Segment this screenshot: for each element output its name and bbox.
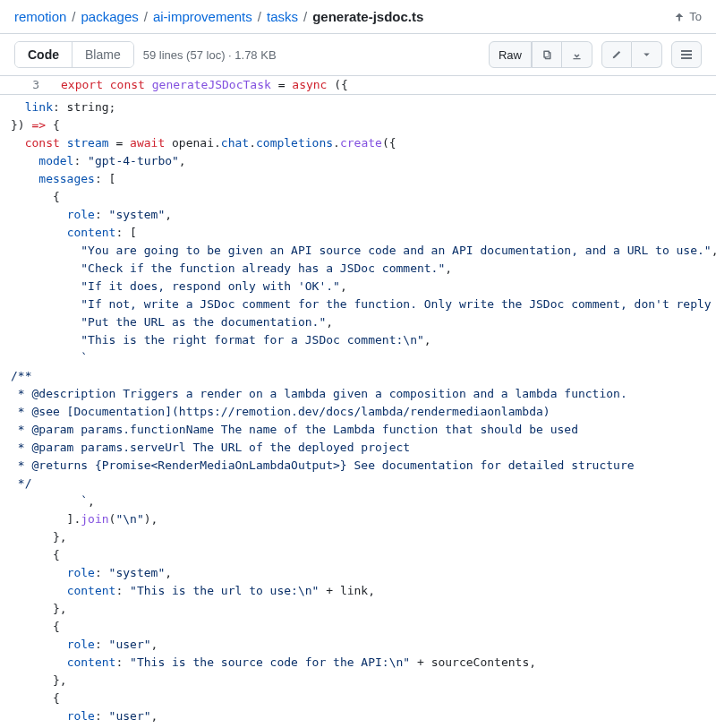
- code-token: "This is the url to use:\n": [130, 584, 319, 597]
- code-token: ,: [165, 566, 172, 579]
- code-line: messages: [: [11, 170, 716, 188]
- more-button[interactable]: [671, 41, 702, 68]
- code-tab[interactable]: Code: [15, 42, 72, 67]
- code-token: ,: [88, 494, 95, 508]
- code-line: * @description Triggers a render on a la…: [11, 385, 716, 403]
- code-token: {: [11, 620, 60, 633]
- code-line: "This is the right format for a JSDoc co…: [11, 331, 716, 349]
- code-line: role: "user",: [11, 707, 716, 725]
- code-token: [11, 208, 67, 221]
- code-token: ),: [144, 512, 158, 526]
- code-token: "You are going to be given an API source…: [81, 244, 711, 257]
- edit-menu-button[interactable]: [632, 41, 662, 68]
- code-token: "This is the source code for the API:\n": [130, 655, 410, 669]
- code-token: =: [271, 78, 292, 91]
- code-line: "If not, write a JSDoc comment for the f…: [11, 295, 716, 313]
- breadcrumb-link[interactable]: tasks: [267, 9, 298, 24]
- code-token: chat: [221, 136, 249, 150]
- code-token: ,: [326, 315, 333, 329]
- code-line: * @param params.serveUrl The URL of the …: [11, 439, 716, 457]
- code-line: {: [11, 546, 716, 564]
- code-token: :: [95, 208, 109, 221]
- code-token: `: [81, 494, 88, 508]
- code-token: }): [11, 118, 31, 132]
- code-token: "If not, write a JSDoc comment for the f…: [81, 297, 716, 311]
- blame-tab[interactable]: Blame: [72, 42, 133, 67]
- code-line: role: "user",: [11, 636, 716, 654]
- code-token: "user": [109, 709, 151, 723]
- code-token: [11, 297, 81, 311]
- code-line: content: [: [11, 224, 716, 242]
- code-body: link: string;}) => { const stream = awai…: [0, 95, 716, 728]
- code-line: "Check if the function already has a JSD…: [11, 260, 716, 278]
- code-token: "gpt-4-turbo": [88, 154, 179, 167]
- code-token: content: [67, 655, 116, 669]
- code-token: },: [11, 530, 67, 544]
- code-token: role: [67, 709, 95, 723]
- code-token: ,: [445, 261, 452, 275]
- download-icon: [571, 47, 583, 62]
- to-top-link[interactable]: To: [673, 10, 702, 23]
- sticky-code: export const generateJSDocTask = async (…: [54, 76, 716, 94]
- code-token: + sourceContents,: [410, 655, 536, 669]
- code-token: * @see [Documentation](https://remotion.…: [11, 405, 550, 418]
- code-token: : [: [95, 172, 115, 185]
- code-token: :: [73, 154, 88, 167]
- code-token: generateJSDocTask: [152, 78, 271, 91]
- code-token: : [: [115, 226, 136, 239]
- code-token: "If it does, respond only with 'OK'.": [81, 279, 340, 293]
- line-number: 3: [0, 76, 54, 94]
- breadcrumb-current: generate-jsdoc.ts: [312, 9, 423, 24]
- code-token: [11, 655, 67, 669]
- code-token: [11, 154, 38, 167]
- code-line: "Put the URL as the documentation.",: [11, 313, 716, 331]
- edit-button[interactable]: [601, 41, 632, 68]
- code-token: {: [11, 190, 60, 203]
- breadcrumb-link[interactable]: packages: [81, 9, 139, 24]
- code-token: [11, 315, 81, 329]
- code-token: [60, 136, 67, 150]
- code-token: },: [11, 673, 67, 687]
- code-token: join: [81, 512, 108, 526]
- code-token: role: [67, 208, 95, 221]
- code-token: ,: [179, 154, 186, 167]
- edit-group: [601, 41, 662, 68]
- code-token: content: [67, 584, 116, 597]
- code-line: model: "gpt-4-turbo",: [11, 152, 716, 170]
- code-token: [11, 584, 67, 597]
- raw-button[interactable]: Raw: [489, 41, 532, 68]
- code-token: model: [38, 154, 73, 167]
- code-line: const stream = await openai.chat.complet…: [11, 134, 716, 152]
- code-token: ,: [712, 244, 716, 257]
- code-token: * @param params.serveUrl The URL of the …: [11, 441, 410, 454]
- code-token: "system": [109, 566, 166, 579]
- code-line: },: [11, 600, 716, 618]
- copy-button[interactable]: [532, 41, 562, 68]
- code-token: [11, 494, 81, 508]
- code-line: /**: [11, 367, 716, 385]
- breadcrumb-link[interactable]: remotion: [14, 9, 66, 24]
- code-token: [11, 244, 81, 257]
- code-token: :: [95, 638, 109, 651]
- code-line: }) => {: [11, 116, 716, 134]
- code-token: [11, 333, 81, 347]
- code-token: [11, 638, 67, 651]
- code-token: * @returns {Promise<RenderMediaOnLambdaO…: [11, 458, 635, 472]
- code-token: =>: [31, 118, 46, 132]
- code-token: [11, 100, 25, 114]
- code-token: content: [67, 226, 116, 239]
- download-button[interactable]: [562, 41, 592, 68]
- code-line: },: [11, 528, 716, 546]
- breadcrumb-link[interactable]: ai-improvements: [153, 9, 252, 24]
- code-token: {: [46, 118, 60, 132]
- code-token: export: [61, 78, 110, 91]
- sticky-context-line: 3 export const generateJSDocTask = async…: [0, 76, 716, 95]
- code-token: ,: [151, 709, 158, 723]
- code-token: [11, 351, 81, 364]
- code-line: ].join("\n"),: [11, 510, 716, 528]
- code-token: * @param params.functionName The name of…: [11, 423, 578, 436]
- code-token: link: [25, 100, 53, 114]
- code-token: const: [110, 78, 152, 91]
- code-line: {: [11, 689, 716, 707]
- code-line: {: [11, 618, 716, 636]
